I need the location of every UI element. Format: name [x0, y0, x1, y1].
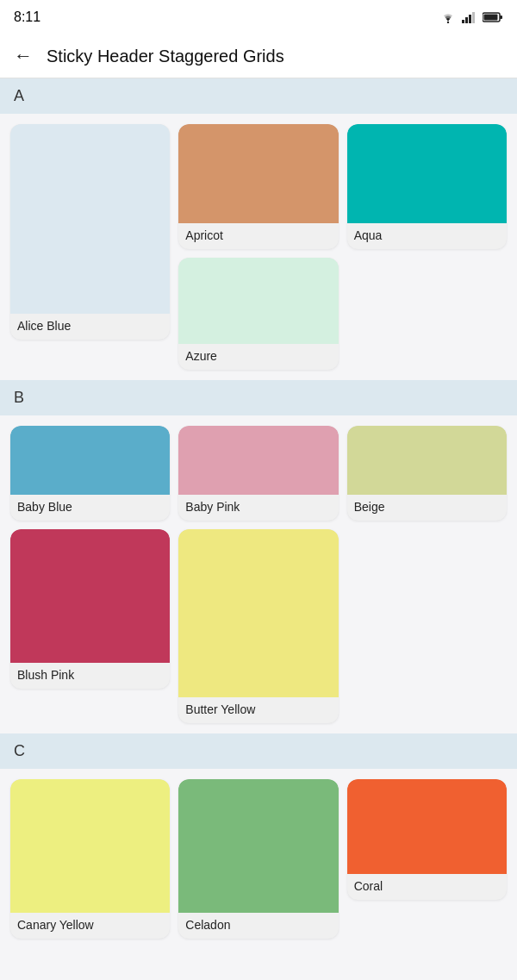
- color-swatch: [178, 529, 338, 697]
- scroll-content: AAlice BlueApricotAzureAquaBBaby BlueBlu…: [0, 78, 517, 949]
- color-card[interactable]: Alice Blue: [10, 124, 170, 340]
- color-label: Baby Blue: [10, 495, 170, 521]
- grid-section-b: Baby BlueBlush PinkBaby PinkButter Yello…: [0, 415, 517, 733]
- color-swatch: [10, 529, 170, 663]
- svg-rect-1: [462, 20, 464, 23]
- status-icons: [439, 11, 503, 23]
- wifi-icon: [439, 11, 457, 23]
- color-card[interactable]: Celadon: [178, 779, 338, 939]
- staggered-grid-b: Baby BlueBlush PinkBaby PinkButter Yello…: [10, 426, 507, 723]
- battery-icon: [483, 11, 503, 23]
- grid-col-a-2: Aqua: [347, 124, 507, 249]
- grid-col-a-0: Alice Blue: [10, 124, 170, 340]
- color-label: Azure: [178, 344, 338, 370]
- color-swatch: [178, 258, 338, 344]
- svg-point-0: [447, 22, 449, 23]
- section-header-b: B: [0, 380, 517, 415]
- status-time: 8:11: [14, 9, 40, 25]
- color-swatch: [178, 124, 338, 223]
- app-bar-title: Sticky Header Staggered Grids: [47, 47, 284, 66]
- color-label: Butter Yellow: [178, 697, 338, 723]
- color-label: Celadon: [178, 913, 338, 939]
- color-label: Canary Yellow: [10, 913, 170, 939]
- color-card[interactable]: Coral: [347, 779, 507, 900]
- signal-icon: [462, 11, 477, 23]
- color-card[interactable]: Aqua: [347, 124, 507, 249]
- grid-col-a-1: ApricotAzure: [178, 124, 338, 370]
- grid-col-c-1: Celadon: [178, 779, 338, 939]
- color-label: Baby Pink: [178, 495, 338, 521]
- staggered-grid-c: Canary YellowCeladonCoral: [10, 779, 507, 939]
- color-card[interactable]: Blush Pink: [10, 529, 170, 689]
- color-swatch: [10, 779, 170, 913]
- color-label: Coral: [347, 874, 507, 900]
- back-button[interactable]: ←: [14, 45, 33, 67]
- grid-col-c-2: Coral: [347, 779, 507, 900]
- status-bar: 8:11: [0, 0, 517, 34]
- color-card[interactable]: Baby Pink: [178, 426, 338, 521]
- svg-rect-3: [469, 15, 471, 23]
- grid-col-b-1: Baby PinkButter Yellow: [178, 426, 338, 723]
- grid-col-b-0: Baby BlueBlush Pink: [10, 426, 170, 689]
- color-card[interactable]: Azure: [178, 258, 338, 370]
- color-swatch: [10, 426, 170, 495]
- color-label: Aqua: [347, 223, 507, 249]
- color-swatch: [347, 124, 507, 223]
- color-card[interactable]: Apricot: [178, 124, 338, 249]
- grid-section-c: Canary YellowCeladonCoral: [0, 769, 517, 949]
- staggered-grid-a: Alice BlueApricotAzureAqua: [10, 124, 507, 370]
- section-header-c: C: [0, 733, 517, 769]
- svg-rect-6: [500, 16, 502, 19]
- color-swatch: [178, 779, 338, 913]
- svg-rect-2: [465, 17, 468, 23]
- svg-rect-7: [484, 15, 498, 21]
- grid-section-a: Alice BlueApricotAzureAqua: [0, 114, 517, 380]
- color-label: Blush Pink: [10, 663, 170, 689]
- grid-col-c-0: Canary Yellow: [10, 779, 170, 939]
- app-bar: ← Sticky Header Staggered Grids: [0, 34, 517, 78]
- color-swatch: [347, 426, 507, 495]
- svg-rect-4: [472, 12, 475, 23]
- color-label: Apricot: [178, 223, 338, 249]
- color-label: Beige: [347, 495, 507, 521]
- color-card[interactable]: Canary Yellow: [10, 779, 170, 939]
- color-card[interactable]: Beige: [347, 426, 507, 521]
- color-swatch: [10, 124, 170, 314]
- grid-col-b-2: Beige: [347, 426, 507, 521]
- color-swatch: [347, 779, 507, 874]
- color-card[interactable]: Butter Yellow: [178, 529, 338, 723]
- color-label: Alice Blue: [10, 314, 170, 340]
- color-swatch: [178, 426, 338, 495]
- color-card[interactable]: Baby Blue: [10, 426, 170, 521]
- section-header-a: A: [0, 78, 517, 114]
